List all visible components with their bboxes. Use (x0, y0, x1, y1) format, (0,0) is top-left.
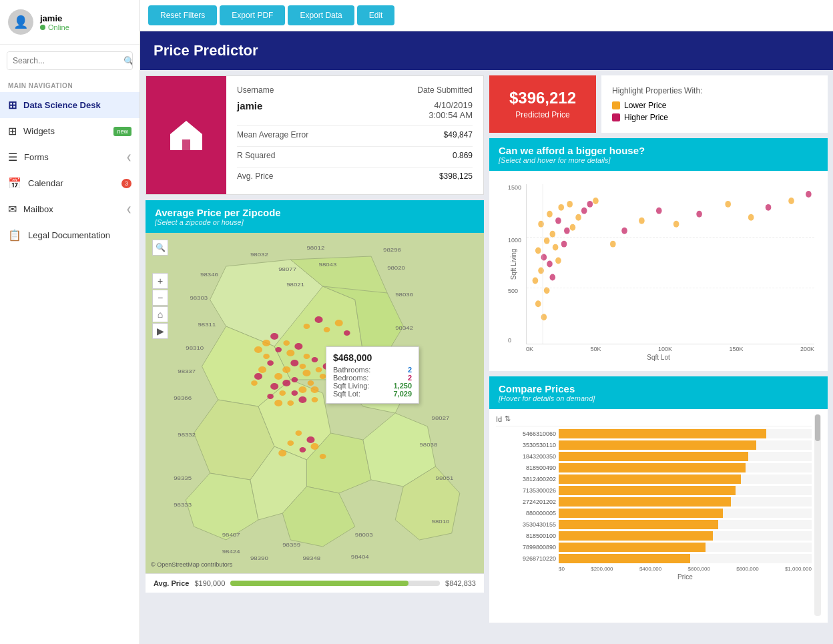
grid-line-2 (527, 288, 814, 288)
y-label-1500: 1500 (508, 184, 521, 191)
svg-point-127 (656, 208, 662, 214)
sidebar-item-widgets[interactable]: ⊞ Widgets new (0, 118, 140, 144)
svg-point-71 (298, 396, 306, 403)
edit-button[interactable]: Edit (357, 5, 395, 25)
bar-id-label: 3530530110 (496, 442, 556, 448)
map-attribution: © OpenStreetMap contributors (151, 561, 232, 568)
reset-filters-button[interactable]: Reset Filters (148, 5, 217, 25)
bar-row: 3812400202 (496, 474, 812, 484)
search-button[interactable]: 🔍 (118, 53, 133, 69)
map-section-header: Average Price per Zipcode [Select a zipc… (146, 200, 484, 233)
svg-text:98032: 98032 (250, 252, 268, 258)
x-label-100k: 100K (658, 346, 672, 352)
svg-point-124 (610, 241, 616, 248)
svg-point-56 (316, 367, 322, 372)
r-squared-label: R Squared (237, 151, 275, 160)
map-search-control[interactable]: 🔍 (152, 240, 168, 256)
bar-fill (559, 497, 731, 507)
toolbar: Reset Filters Export PDF Export Data Edi… (140, 0, 833, 31)
forward-button[interactable]: ▶ (152, 323, 168, 339)
chevron-right-icon: ❮ (126, 153, 131, 161)
x-axis-labels: 0K 50K 100K 150K 200K (526, 346, 814, 352)
dashboard: Price Predictor Username Date Submitted (140, 31, 833, 644)
sidebar-item-legal-docs[interactable]: 📋 Legal Documentation (0, 222, 140, 248)
avg-price-bar-label: Avg. Price (154, 579, 189, 587)
svg-point-132 (766, 204, 772, 211)
export-data-button[interactable]: Export Data (288, 5, 354, 25)
svg-text:98303: 98303 (190, 295, 208, 301)
svg-text:98335: 98335 (174, 475, 192, 481)
bar-rows-container: 5466310060 3530530110 1843200350 8185004… (496, 429, 812, 563)
bar-track (559, 474, 812, 484)
bar-row: 7135300026 (496, 486, 812, 495)
scrollbar-thumb[interactable] (815, 414, 820, 441)
svg-point-108 (535, 248, 541, 254)
svg-point-93 (262, 340, 270, 346)
home-button[interactable]: ⌂ (152, 306, 168, 322)
bar-chart-col-header: Id ⇅ (496, 414, 812, 426)
svg-point-63 (270, 383, 278, 390)
house-icon-bg (146, 76, 226, 194)
y-label-1000: 1000 (508, 237, 521, 244)
scrollbar[interactable] (814, 414, 821, 616)
svg-point-80 (287, 440, 294, 446)
svg-point-70 (287, 400, 294, 406)
bar-chart-section: Compare Prices [Hover for details on dem… (489, 376, 828, 623)
calendar-badge: 3 (121, 179, 131, 188)
time-value: 3:00:54 AM (429, 110, 473, 120)
sidebar-item-forms[interactable]: ☰ Forms ❮ (0, 144, 140, 170)
sidebar-item-calendar[interactable]: 📅 Calendar 3 (0, 170, 140, 196)
svg-point-94 (275, 347, 282, 352)
map-container[interactable]: 98296 98012 98032 98346 98303 98311 9831… (146, 233, 484, 573)
avg-price-row: Avg. Price $398,125 (237, 167, 473, 185)
calendar-icon: 📅 (8, 177, 21, 190)
svg-point-88 (267, 360, 274, 366)
tooltip-sqft-living-val: 1,250 (393, 382, 412, 390)
username-value: jamie (237, 100, 262, 120)
legend-lower-price: Lower Price (612, 101, 817, 110)
svg-text:98404: 98404 (351, 554, 369, 560)
mail-icon: ✉ (8, 203, 17, 216)
grid-icon: ⊞ (8, 99, 17, 111)
x-axis-label: Sqft Lot (496, 354, 821, 361)
svg-point-55 (302, 370, 310, 376)
svg-point-96 (283, 340, 290, 346)
search-input[interactable] (7, 52, 118, 69)
svg-point-64 (320, 374, 326, 379)
new-badge: new (113, 127, 131, 136)
r-squared-row: R Squared 0.869 (237, 146, 473, 164)
scatter-plot-inner: 1500 1000 500 0 (526, 184, 814, 344)
export-pdf-button[interactable]: Export PDF (220, 5, 285, 25)
bar-fill (559, 509, 723, 518)
x-label-200k: 200K (800, 346, 814, 352)
price-slider-fill (230, 581, 408, 586)
svg-point-59 (298, 386, 306, 393)
legend-title: Highlight Properties With: (612, 86, 817, 95)
tooltip-sqft-living: Sqft Living: 1,250 (333, 382, 412, 390)
bar-x-200k: $200,000 (591, 566, 613, 572)
sidebar-item-mailbox[interactable]: ✉ Mailbox ❮ (0, 196, 140, 222)
legend-higher-price: Higher Price (612, 113, 817, 122)
price-min: $190,000 (194, 579, 225, 587)
mae-row: Mean Average Error $49,847 (237, 125, 473, 143)
bar-track (559, 509, 812, 518)
search-bar[interactable]: 🔍 (7, 51, 133, 70)
info-card-values: jamie 4/10/2019 3:00:54 AM (237, 100, 473, 120)
svg-point-118 (547, 211, 553, 218)
svg-point-123 (593, 198, 599, 204)
bar-track (559, 497, 812, 507)
svg-text:98337: 98337 (178, 368, 196, 374)
sidebar-item-label: Legal Documentation (28, 230, 110, 240)
zoom-in-button[interactable]: + (152, 273, 168, 289)
map-section-subtitle: [Select a zipcode or house] (155, 218, 475, 226)
status-dot-icon (40, 25, 45, 30)
sidebar-item-label: Forms (24, 152, 49, 162)
bar-id-label: 7135300026 (496, 487, 556, 494)
bar-fill (559, 554, 690, 563)
y-label-0: 0 (508, 337, 511, 344)
username-col-label: Username (237, 85, 274, 95)
svg-point-76 (335, 320, 343, 326)
price-slider-track[interactable] (230, 581, 440, 586)
sidebar-item-data-science-desk[interactable]: ⊞ Data Science Desk (0, 92, 140, 118)
zoom-out-button[interactable]: − (152, 290, 168, 306)
